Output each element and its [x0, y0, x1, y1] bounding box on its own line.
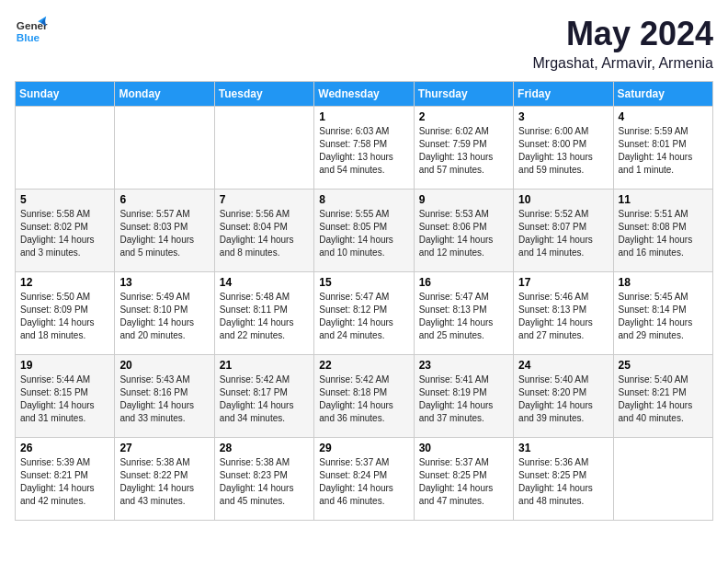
page-title: May 2024 — [532, 15, 713, 53]
header-day: Thursday — [414, 82, 513, 107]
calendar-week: 1Sunrise: 6:03 AM Sunset: 7:58 PM Daylig… — [16, 107, 713, 190]
calendar-cell: 1Sunrise: 6:03 AM Sunset: 7:58 PM Daylig… — [314, 107, 414, 190]
calendar-cell: 26Sunrise: 5:39 AM Sunset: 8:21 PM Dayli… — [16, 438, 115, 521]
header-day: Wednesday — [314, 82, 414, 107]
calendar-cell: 8Sunrise: 5:55 AM Sunset: 8:05 PM Daylig… — [314, 190, 414, 272]
calendar-cell: 9Sunrise: 5:53 AM Sunset: 8:06 PM Daylig… — [414, 190, 513, 272]
title-section: May 2024 Mrgashat, Armavir, Armenia — [532, 15, 713, 72]
calendar-cell — [115, 107, 214, 190]
day-info: Sunrise: 5:42 AM Sunset: 8:18 PM Dayligh… — [319, 373, 408, 425]
calendar-cell: 24Sunrise: 5:40 AM Sunset: 8:20 PM Dayli… — [514, 355, 613, 438]
day-number: 14 — [220, 276, 309, 289]
day-number: 24 — [518, 359, 608, 372]
calendar-cell: 13Sunrise: 5:49 AM Sunset: 8:10 PM Dayli… — [115, 272, 214, 355]
calendar-body: 1Sunrise: 6:03 AM Sunset: 7:58 PM Daylig… — [16, 107, 713, 521]
day-info: Sunrise: 5:43 AM Sunset: 8:16 PM Dayligh… — [119, 373, 209, 425]
calendar-cell: 28Sunrise: 5:38 AM Sunset: 8:23 PM Dayli… — [214, 438, 313, 521]
calendar-cell — [16, 107, 115, 190]
day-info: Sunrise: 5:52 AM Sunset: 8:07 PM Dayligh… — [518, 208, 608, 259]
day-number: 19 — [20, 359, 109, 372]
calendar-cell: 16Sunrise: 5:47 AM Sunset: 8:13 PM Dayli… — [414, 272, 513, 355]
calendar-cell — [214, 107, 313, 190]
day-number: 18 — [619, 276, 708, 289]
calendar-cell: 11Sunrise: 5:51 AM Sunset: 8:08 PM Dayli… — [613, 190, 712, 272]
logo-icon: General Blue — [15, 15, 48, 48]
day-number: 4 — [619, 110, 708, 123]
day-number: 20 — [119, 359, 209, 372]
day-info: Sunrise: 5:57 AM Sunset: 8:03 PM Dayligh… — [119, 208, 209, 259]
day-info: Sunrise: 5:49 AM Sunset: 8:10 PM Dayligh… — [119, 291, 209, 342]
calendar-header: SundayMondayTuesdayWednesdayThursdayFrid… — [16, 82, 713, 107]
calendar-cell: 27Sunrise: 5:38 AM Sunset: 8:22 PM Dayli… — [115, 438, 214, 521]
header-day: Monday — [115, 82, 214, 107]
day-number: 7 — [220, 193, 309, 206]
calendar-cell: 31Sunrise: 5:36 AM Sunset: 8:25 PM Dayli… — [514, 438, 613, 521]
day-number: 15 — [319, 276, 408, 289]
day-number: 10 — [518, 193, 608, 206]
day-number: 25 — [619, 359, 708, 372]
day-info: Sunrise: 6:03 AM Sunset: 7:58 PM Dayligh… — [319, 125, 408, 177]
calendar-cell: 10Sunrise: 5:52 AM Sunset: 8:07 PM Dayli… — [514, 190, 613, 272]
day-number: 23 — [419, 359, 508, 372]
header-day: Saturday — [613, 82, 712, 107]
day-info: Sunrise: 6:02 AM Sunset: 7:59 PM Dayligh… — [419, 125, 508, 177]
calendar-cell: 21Sunrise: 5:42 AM Sunset: 8:17 PM Dayli… — [214, 355, 313, 438]
day-number: 29 — [319, 442, 408, 454]
day-number: 31 — [518, 442, 608, 454]
calendar-cell: 14Sunrise: 5:48 AM Sunset: 8:11 PM Dayli… — [214, 272, 313, 355]
day-info: Sunrise: 5:38 AM Sunset: 8:22 PM Dayligh… — [119, 456, 209, 508]
day-number: 3 — [518, 110, 608, 123]
day-info: Sunrise: 6:00 AM Sunset: 8:00 PM Dayligh… — [518, 125, 608, 177]
header-day: Sunday — [16, 82, 115, 107]
day-number: 9 — [419, 193, 508, 206]
day-info: Sunrise: 5:42 AM Sunset: 8:17 PM Dayligh… — [220, 373, 309, 425]
day-number: 17 — [518, 276, 608, 289]
calendar-cell: 3Sunrise: 6:00 AM Sunset: 8:00 PM Daylig… — [514, 107, 613, 190]
day-info: Sunrise: 5:47 AM Sunset: 8:12 PM Dayligh… — [319, 291, 408, 342]
calendar-cell: 12Sunrise: 5:50 AM Sunset: 8:09 PM Dayli… — [16, 272, 115, 355]
calendar-cell: 25Sunrise: 5:40 AM Sunset: 8:21 PM Dayli… — [613, 355, 712, 438]
svg-text:Blue: Blue — [17, 31, 40, 43]
page-subtitle: Mrgashat, Armavir, Armenia — [532, 55, 713, 72]
day-info: Sunrise: 5:51 AM Sunset: 8:08 PM Dayligh… — [619, 208, 708, 259]
day-info: Sunrise: 5:47 AM Sunset: 8:13 PM Dayligh… — [419, 291, 508, 342]
calendar-cell: 20Sunrise: 5:43 AM Sunset: 8:16 PM Dayli… — [115, 355, 214, 438]
day-info: Sunrise: 5:55 AM Sunset: 8:05 PM Dayligh… — [319, 208, 408, 259]
calendar-week: 19Sunrise: 5:44 AM Sunset: 8:15 PM Dayli… — [16, 355, 713, 438]
day-number: 5 — [20, 193, 109, 206]
calendar-week: 5Sunrise: 5:58 AM Sunset: 8:02 PM Daylig… — [16, 190, 713, 272]
calendar-cell: 19Sunrise: 5:44 AM Sunset: 8:15 PM Dayli… — [16, 355, 115, 438]
day-info: Sunrise: 5:37 AM Sunset: 8:25 PM Dayligh… — [419, 456, 508, 508]
day-info: Sunrise: 5:39 AM Sunset: 8:21 PM Dayligh… — [20, 456, 109, 508]
day-info: Sunrise: 5:45 AM Sunset: 8:14 PM Dayligh… — [619, 291, 708, 342]
day-number: 21 — [220, 359, 309, 372]
day-number: 28 — [220, 442, 309, 454]
day-number: 16 — [419, 276, 508, 289]
day-info: Sunrise: 5:58 AM Sunset: 8:02 PM Dayligh… — [20, 208, 109, 259]
day-info: Sunrise: 5:46 AM Sunset: 8:13 PM Dayligh… — [518, 291, 608, 342]
day-number: 12 — [20, 276, 109, 289]
calendar-cell — [613, 438, 712, 521]
day-number: 2 — [419, 110, 508, 123]
calendar-table: SundayMondayTuesdayWednesdayThursdayFrid… — [15, 81, 713, 521]
calendar-cell: 18Sunrise: 5:45 AM Sunset: 8:14 PM Dayli… — [613, 272, 712, 355]
day-number: 11 — [619, 193, 708, 206]
calendar-cell: 29Sunrise: 5:37 AM Sunset: 8:24 PM Dayli… — [314, 438, 414, 521]
calendar-cell: 6Sunrise: 5:57 AM Sunset: 8:03 PM Daylig… — [115, 190, 214, 272]
day-number: 22 — [319, 359, 408, 372]
header-day: Tuesday — [214, 82, 313, 107]
calendar-cell: 30Sunrise: 5:37 AM Sunset: 8:25 PM Dayli… — [414, 438, 513, 521]
calendar-week: 26Sunrise: 5:39 AM Sunset: 8:21 PM Dayli… — [16, 438, 713, 521]
day-info: Sunrise: 5:37 AM Sunset: 8:24 PM Dayligh… — [319, 456, 408, 508]
calendar-cell: 7Sunrise: 5:56 AM Sunset: 8:04 PM Daylig… — [214, 190, 313, 272]
day-number: 27 — [119, 442, 209, 454]
day-info: Sunrise: 5:36 AM Sunset: 8:25 PM Dayligh… — [518, 456, 608, 508]
page-header: General Blue May 2024 Mrgashat, Armavir,… — [15, 15, 713, 72]
logo: General Blue — [15, 15, 48, 48]
day-number: 8 — [319, 193, 408, 206]
calendar-week: 12Sunrise: 5:50 AM Sunset: 8:09 PM Dayli… — [16, 272, 713, 355]
day-info: Sunrise: 5:44 AM Sunset: 8:15 PM Dayligh… — [20, 373, 109, 425]
header-row: SundayMondayTuesdayWednesdayThursdayFrid… — [16, 82, 713, 107]
day-number: 26 — [20, 442, 109, 454]
day-number: 6 — [119, 193, 209, 206]
